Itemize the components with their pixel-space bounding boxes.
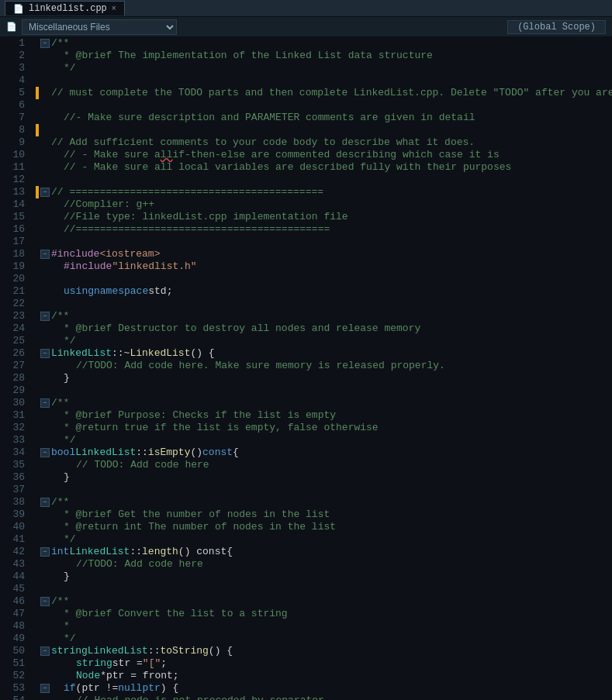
table-row: // must complete the TODO parts and then… <box>33 87 612 99</box>
code-token: * @brief Purpose: Checks if the list is … <box>64 409 336 422</box>
table-row: −string LinkedList::toString() { <box>33 645 612 657</box>
file-tab[interactable]: 📄 linkedlist.cpp × <box>5 1 125 16</box>
code-token: /** <box>51 595 69 608</box>
fold-button[interactable]: − <box>40 498 50 507</box>
table-row: −LinkedList::~LinkedList() { <box>33 347 612 360</box>
code-token: () const{ <box>178 546 233 558</box>
code-token: /** <box>51 37 69 50</box>
fold-button[interactable]: − <box>40 448 50 457</box>
gutter-mark <box>36 124 39 136</box>
code-token: <iostream> <box>99 248 160 260</box>
fold-button[interactable]: − <box>40 597 50 606</box>
code-token: #include <box>64 260 112 273</box>
line-number: 32 <box>5 422 25 434</box>
line-number: 36 <box>5 471 25 484</box>
line-number: 5 <box>5 87 25 99</box>
tab-file-icon: 📄 <box>13 4 24 14</box>
table-row: − if (ptr != nullptr) { <box>33 682 612 695</box>
gutter-mark <box>36 186 39 198</box>
code-token: ; <box>161 657 167 670</box>
code-token: // must complete the TODO parts and then… <box>51 87 612 99</box>
table-row <box>33 583 612 595</box>
code-token: std; <box>148 285 172 298</box>
line-number: 16 <box>5 223 25 236</box>
close-icon[interactable]: × <box>112 5 116 13</box>
table-row: //======================================… <box>33 223 612 236</box>
table-row <box>33 74 612 87</box>
line-number: 19 <box>5 260 25 273</box>
line-number: 52 <box>5 670 25 682</box>
fold-button[interactable]: − <box>40 398 50 408</box>
line-number: 33 <box>5 434 25 447</box>
fold-button[interactable]: − <box>40 188 50 197</box>
table-row: −// ====================================… <box>33 186 612 198</box>
table-row: * @brief Purpose: Checks if the list is … <box>33 409 612 422</box>
line-number: 20 <box>5 273 25 285</box>
line-number: 46 <box>5 595 25 608</box>
code-token: "linkedlist.h" <box>112 260 196 273</box>
code-token: :: <box>148 645 161 657</box>
line-number: 24 <box>5 322 25 335</box>
table-row: −/** <box>33 397 612 409</box>
code-token: //File type: linkedList.cpp implementati… <box>64 211 348 223</box>
code-token: toString <box>160 645 208 657</box>
line-number: 28 <box>5 372 25 384</box>
table-row: using namespace std; <box>33 285 612 298</box>
line-number: 42 <box>5 546 25 558</box>
code-token: * <box>64 620 70 633</box>
scope-label: (Global Scope) <box>507 20 606 34</box>
line-number: 3 <box>5 62 25 74</box>
code-token: isEmpty <box>148 447 191 459</box>
code-token: } <box>64 471 70 484</box>
code-token: if-then-else are commented describing wh… <box>172 149 499 161</box>
code-token: :: <box>130 546 142 558</box>
line-number: 7 <box>5 112 25 124</box>
code-token: * @brief Convert the list to a string <box>64 608 288 620</box>
table-row: //TODO: Add code here. Make sure memory … <box>33 360 612 372</box>
line-number: 40 <box>5 521 25 533</box>
line-number: 38 <box>5 496 25 509</box>
code-token: //- Make sure description and PARAMETER … <box>64 112 475 124</box>
line-number: 23 <box>5 310 25 322</box>
table-row: −#include<iostream> <box>33 248 612 260</box>
table-row: // - Make sure all local variables are d… <box>33 161 612 174</box>
fold-button[interactable]: − <box>40 250 50 259</box>
table-row <box>33 273 612 285</box>
line-number: 29 <box>5 384 25 397</box>
fold-button[interactable]: − <box>40 547 50 557</box>
code-area[interactable]: −/** * @brief The implementation of the … <box>33 37 612 700</box>
table-row: //Complier: g++ <box>33 198 612 211</box>
code-token: //Complier: g++ <box>64 198 154 211</box>
line-number: 47 <box>5 608 25 620</box>
code-token: length <box>142 546 178 558</box>
table-row: */ <box>33 434 612 447</box>
code-token: } <box>64 571 70 583</box>
fold-button[interactable]: − <box>40 312 50 321</box>
table-row: * @brief Get the number of nodes in the … <box>33 509 612 521</box>
line-number: 48 <box>5 620 25 633</box>
files-dropdown[interactable]: Miscellaneous Files <box>22 19 177 35</box>
line-number: 31 <box>5 409 25 422</box>
fold-button[interactable]: − <box>40 349 50 358</box>
line-number: 1 <box>5 37 25 50</box>
toolbar: 📄 Miscellaneous Files (Global Scope) <box>0 17 612 37</box>
table-row: } <box>33 571 612 583</box>
table-row: Node *ptr = front; <box>33 670 612 682</box>
table-row: // Head node is not preceded by separato… <box>33 695 612 700</box>
line-number: 10 <box>5 149 25 161</box>
table-row: */ <box>33 335 612 347</box>
table-row: #include"linkedlist.h" <box>33 260 612 273</box>
code-token: /** <box>51 496 69 509</box>
fold-button[interactable]: − <box>40 647 50 656</box>
code-token: //TODO: Add code here. Make sure memory … <box>76 360 445 372</box>
fold-button[interactable]: − <box>40 39 50 48</box>
line-number: 51 <box>5 657 25 670</box>
code-token: string <box>76 657 112 670</box>
code-token: * @return true if the list is empty, fal… <box>64 422 379 434</box>
line-number: 41 <box>5 533 25 546</box>
table-row: −/** <box>33 595 612 608</box>
table-row: * @brief The implementation of the Linke… <box>33 50 612 62</box>
code-token: * @return int The number of nodes in the… <box>64 521 336 533</box>
line-number: 12 <box>5 174 25 186</box>
fold-button[interactable]: − <box>40 684 50 693</box>
